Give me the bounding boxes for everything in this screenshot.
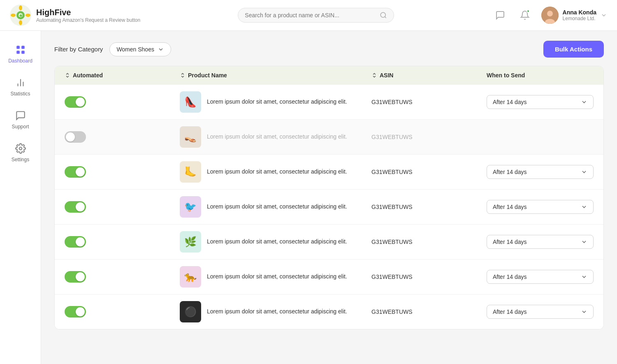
table-row: 🐦 Lorem ipsum dolor sit amet, consectetu… xyxy=(55,189,603,224)
header-actions: Anna Konda Lemonade Ltd. xyxy=(492,7,607,24)
when-to-send-cell-0: After 14 days xyxy=(487,95,594,109)
when-to-send-dropdown-3[interactable]: After 14 days xyxy=(487,200,594,214)
notifications-button[interactable] xyxy=(517,7,533,23)
product-cell-2: 🦶 Lorem ipsum dolor sit amet, consectetu… xyxy=(180,161,371,183)
toggle-cell-4 xyxy=(65,236,180,248)
when-to-send-dropdown-2[interactable]: After 14 days xyxy=(487,165,594,179)
table-body: 👠 Lorem ipsum dolor sit amet, consectetu… xyxy=(55,84,603,329)
col-asin: ASIN xyxy=(371,72,487,79)
sort-icon-automated xyxy=(65,72,70,78)
automated-toggle-1[interactable] xyxy=(65,131,86,143)
table-row: 🌿 Lorem ipsum dolor sit amet, consectetu… xyxy=(55,224,603,259)
dropdown-chevron-icon-2 xyxy=(581,169,587,175)
product-cell-4: 🌿 Lorem ipsum dolor sit amet, consectetu… xyxy=(180,231,371,253)
toggle-cell-1 xyxy=(65,131,180,143)
col-product-name: Product Name xyxy=(180,72,371,79)
sidebar-item-statistics[interactable]: Statistics xyxy=(4,72,37,102)
automated-toggle-6[interactable] xyxy=(65,306,86,318)
svg-point-20 xyxy=(19,147,22,150)
toggle-cell-3 xyxy=(65,201,180,213)
product-thumbnail-1: 👡 xyxy=(180,126,201,148)
when-to-send-dropdown-0[interactable]: After 14 days xyxy=(487,95,594,109)
col-automated: Automated xyxy=(65,72,180,79)
products-table: Automated Product Name ASIN xyxy=(54,66,604,329)
filter-bar: Filter by Category Women Shoes Bulk Acti… xyxy=(54,41,604,58)
automated-toggle-5[interactable] xyxy=(65,271,86,283)
sidebar-item-settings[interactable]: Settings xyxy=(4,138,37,167)
when-to-send-value-2: After 14 days xyxy=(493,169,527,175)
svg-rect-13 xyxy=(16,46,20,49)
user-menu[interactable]: Anna Konda Lemonade Ltd. xyxy=(541,7,607,24)
product-name-5: Lorem ipsum dolor sit amet, consectetur … xyxy=(207,273,347,281)
search-box[interactable] xyxy=(238,8,394,23)
svg-point-6 xyxy=(26,14,30,17)
avatar xyxy=(541,7,559,24)
table-row: 🦶 Lorem ipsum dolor sit amet, consectetu… xyxy=(55,154,603,189)
product-name-3: Lorem ipsum dolor sit amet, consectetur … xyxy=(207,203,347,211)
asin-cell-2: G31WEBTUWS xyxy=(371,169,487,175)
user-company: Lemonade Ltd. xyxy=(563,16,596,21)
when-to-send-dropdown-5[interactable]: After 14 days xyxy=(487,270,594,284)
sort-icon-product xyxy=(180,72,186,78)
dropdown-chevron-icon xyxy=(158,46,164,53)
sort-icon-asin xyxy=(371,72,377,78)
product-name-6: Lorem ipsum dolor sit amet, consectetur … xyxy=(207,308,347,316)
logo-text: HighFive Automating Amazon's Request a R… xyxy=(36,8,140,23)
product-cell-6: ⚫ Lorem ipsum dolor sit amet, consectetu… xyxy=(180,301,371,322)
table-row: ⚫ Lorem ipsum dolor sit amet, consectetu… xyxy=(55,294,603,329)
bulk-actions-button[interactable]: Bulk Actions xyxy=(543,41,604,58)
toggle-knob-4 xyxy=(76,237,85,246)
sidebar-item-label-statistics: Statistics xyxy=(10,91,30,97)
toggle-knob-3 xyxy=(76,202,85,211)
sidebar-item-label-dashboard: Dashboard xyxy=(8,58,32,64)
sidebar-item-dashboard[interactable]: Dashboard xyxy=(4,39,37,69)
toggle-knob-0 xyxy=(76,97,85,107)
chat-button[interactable] xyxy=(492,7,508,23)
when-to-send-value-0: After 14 days xyxy=(493,99,527,105)
chat-icon xyxy=(495,10,505,20)
dropdown-chevron-icon-5 xyxy=(581,274,587,280)
when-to-send-cell-3: After 14 days xyxy=(487,200,594,214)
asin-cell-6: G31WEBTUWS xyxy=(371,308,487,315)
automated-toggle-4[interactable] xyxy=(65,236,86,248)
automated-toggle-2[interactable] xyxy=(65,166,86,178)
toggle-knob-5 xyxy=(76,272,85,281)
product-thumbnail-5: 🐆 xyxy=(180,266,201,287)
app-header: ★ HighFive Automating Amazon's Request a… xyxy=(0,0,617,31)
toggle-cell-5 xyxy=(65,271,180,283)
svg-rect-15 xyxy=(16,51,20,54)
search-icon xyxy=(380,12,387,19)
category-value: Women Shoes xyxy=(116,46,154,53)
toggle-cell-0 xyxy=(65,96,180,108)
chevron-down-icon xyxy=(601,12,607,19)
filter-left: Filter by Category Women Shoes xyxy=(54,42,171,56)
dropdown-chevron-icon-3 xyxy=(581,204,587,210)
when-to-send-cell-5: After 14 days xyxy=(487,270,594,284)
when-to-send-dropdown-6[interactable]: After 14 days xyxy=(487,305,594,319)
product-cell-3: 🐦 Lorem ipsum dolor sit amet, consectetu… xyxy=(180,196,371,218)
sidebar-item-support[interactable]: Support xyxy=(4,105,37,134)
filter-label: Filter by Category xyxy=(54,46,103,53)
search-area xyxy=(147,8,485,23)
product-cell-5: 🐆 Lorem ipsum dolor sit amet, consectetu… xyxy=(180,266,371,287)
svg-point-11 xyxy=(547,11,553,16)
automated-toggle-0[interactable] xyxy=(65,96,86,108)
product-name-2: Lorem ipsum dolor sit amet, consectetur … xyxy=(207,168,347,176)
toggle-knob-2 xyxy=(76,167,85,176)
search-input[interactable] xyxy=(245,12,376,19)
when-to-send-dropdown-4[interactable]: After 14 days xyxy=(487,235,594,249)
user-name: Anna Konda xyxy=(563,9,596,16)
sidebar-item-label-support: Support xyxy=(12,124,29,130)
automated-toggle-3[interactable] xyxy=(65,201,86,213)
svg-rect-16 xyxy=(21,51,25,54)
product-name-4: Lorem ipsum dolor sit amet, consectetur … xyxy=(207,238,347,246)
when-to-send-value-5: After 14 days xyxy=(493,274,527,280)
table-header: Automated Product Name ASIN xyxy=(55,66,603,84)
toggle-knob-6 xyxy=(76,307,85,316)
support-icon xyxy=(15,110,26,121)
category-dropdown[interactable]: Women Shoes xyxy=(109,42,171,56)
user-info: Anna Konda Lemonade Ltd. xyxy=(563,9,596,21)
table-row: 👡 Lorem ipsum dolor sit amet, consectetu… xyxy=(55,119,603,154)
toggle-cell-2 xyxy=(65,166,180,178)
svg-point-4 xyxy=(19,20,22,25)
